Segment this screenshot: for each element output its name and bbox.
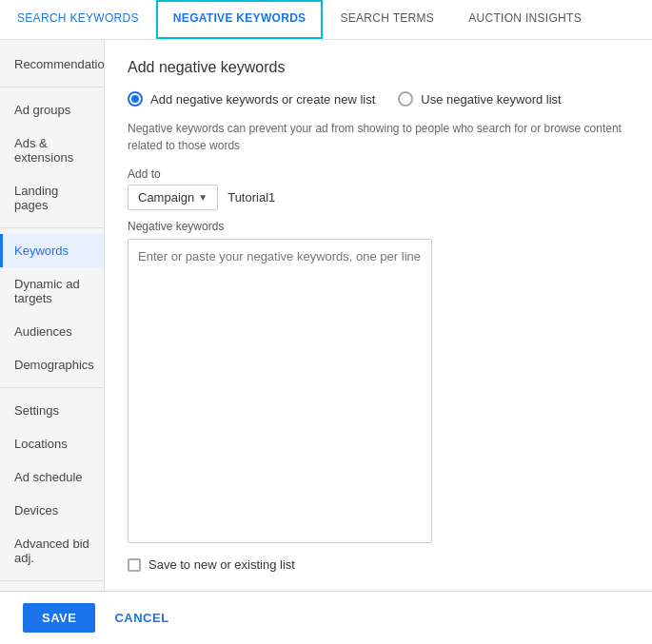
page-title: Add negative keywords [128, 59, 629, 76]
tab-negative-keywords[interactable]: NEGATIVE KEYWORDS [156, 0, 324, 39]
tab-search-terms[interactable]: SEARCH TERMS [323, 0, 451, 39]
radio-circle-create [128, 91, 143, 107]
add-to-row: Campaign ▼ Tutorial1 [128, 185, 629, 210]
add-to-section: Add to Campaign ▼ Tutorial1 [128, 167, 629, 210]
campaign-value: Tutorial1 [227, 190, 275, 205]
save-to-list-checkbox[interactable] [128, 558, 141, 572]
sidebar-item-settings[interactable]: Settings [0, 394, 104, 427]
sidebar-item-recommendations[interactable]: Recommendations [0, 48, 104, 81]
sidebar-item-landing-pages[interactable]: Landing pages [0, 174, 104, 222]
sidebar: Recommendations Ad groups Ads & extensio… [0, 40, 105, 591]
main-layout: Recommendations Ad groups Ads & extensio… [0, 40, 652, 591]
action-bar: SAVE CANCEL [0, 591, 652, 644]
sidebar-item-ad-schedule[interactable]: Ad schedule [0, 460, 104, 494]
save-button[interactable]: SAVE [23, 603, 95, 633]
negative-keywords-label: Negative keywords [128, 220, 629, 233]
sidebar-item-advanced-bid[interactable]: Advanced bid adj. [0, 527, 104, 575]
add-to-label: Add to [128, 167, 629, 181]
sidebar-divider-4 [0, 580, 104, 581]
sidebar-divider-1 [0, 87, 104, 88]
sidebar-item-demographics[interactable]: Demographics [0, 348, 104, 381]
sidebar-item-dynamic-ad-targets[interactable]: Dynamic ad targets [0, 267, 104, 315]
chevron-down-icon: ▼ [198, 192, 207, 203]
campaign-dropdown[interactable]: Campaign ▼ [128, 185, 218, 210]
sidebar-divider-3 [0, 387, 104, 388]
tab-auction-insights[interactable]: AUCTION INSIGHTS [451, 0, 599, 39]
radio-group: Add negative keywords or create new list… [128, 91, 629, 107]
radio-option-use-list[interactable]: Use negative keyword list [398, 91, 561, 107]
radio-circle-use-list [398, 91, 413, 107]
radio-label-create: Add negative keywords or create new list [150, 92, 375, 107]
cancel-button[interactable]: CANCEL [110, 603, 172, 633]
campaign-dropdown-label: Campaign [138, 190, 194, 205]
save-to-list-label: Save to new or existing list [148, 557, 295, 572]
save-to-list-row: Save to new or existing list [128, 557, 629, 572]
content-area: Add negative keywords Add negative keywo… [105, 40, 652, 591]
radio-option-create-new[interactable]: Add negative keywords or create new list [128, 91, 375, 107]
sidebar-item-audiences[interactable]: Audiences [0, 315, 104, 348]
tab-bar: SEARCH KEYWORDS NEGATIVE KEYWORDS SEARCH… [0, 0, 652, 40]
radio-label-use-list: Use negative keyword list [421, 92, 561, 107]
tab-search-keywords[interactable]: SEARCH KEYWORDS [0, 0, 156, 39]
sidebar-item-devices[interactable]: Devices [0, 494, 104, 527]
sidebar-item-locations[interactable]: Locations [0, 427, 104, 460]
info-text: Negative keywords can prevent your ad fr… [128, 120, 629, 154]
sidebar-item-ads-extensions[interactable]: Ads & extensions [0, 127, 104, 174]
sidebar-divider-2 [0, 227, 104, 228]
sidebar-item-ad-groups[interactable]: Ad groups [0, 93, 104, 127]
negative-keywords-textarea[interactable] [128, 239, 432, 543]
sidebar-item-keywords[interactable]: Keywords [0, 234, 104, 267]
